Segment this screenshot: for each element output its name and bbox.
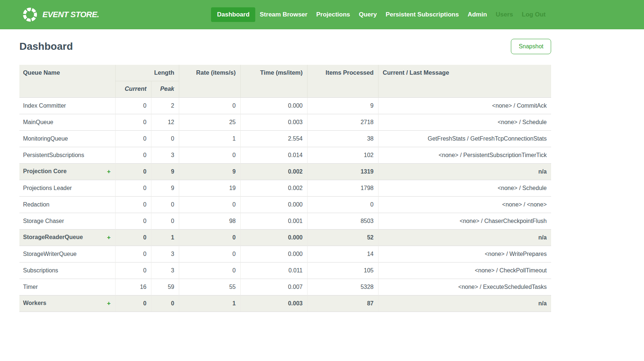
rate-cell: 0 — [179, 147, 240, 163]
message-cell: <none> / WritePrepares — [378, 246, 551, 262]
table-row: +Workers 0 0 1 0.003 87 n/a — [19, 295, 551, 312]
time-cell: 0.000 — [240, 246, 307, 262]
col-header-length: Length — [115, 65, 179, 81]
queue-name-cell: +Projection Core — [19, 163, 115, 180]
expand-plus-icon[interactable]: + — [107, 300, 111, 307]
time-cell: 0.001 — [240, 213, 307, 229]
time-cell: 0.002 — [240, 163, 307, 180]
rate-cell: 55 — [179, 279, 240, 295]
nav-item-dashboard[interactable]: Dashboard — [211, 7, 255, 22]
message-cell: n/a — [378, 163, 551, 180]
items-processed-cell: 1319 — [307, 163, 378, 180]
queue-name-label: MainQueue — [23, 119, 53, 125]
table-row: Subscriptions 0 3 0 0.011 105 <none> / C… — [19, 262, 551, 279]
length-peak-cell: 9 — [151, 163, 179, 180]
message-cell: <none> / CommitAck — [378, 97, 551, 114]
length-peak-cell: 0 — [151, 130, 179, 147]
message-cell: GetFreshStats / GetFreshTcpConnectionSta… — [378, 130, 551, 147]
length-current-cell: 0 — [115, 180, 151, 196]
items-processed-cell: 52 — [307, 229, 378, 246]
rate-cell: 0 — [179, 246, 240, 262]
length-current-cell: 0 — [115, 97, 151, 114]
items-processed-cell: 14 — [307, 246, 378, 262]
queue-name-label: StorageWriterQueue — [23, 251, 76, 257]
queue-name-cell: StorageWriterQueue — [19, 246, 115, 262]
table-row: Storage Chaser 0 0 98 0.001 8503 <none> … — [19, 213, 551, 229]
rate-cell: 1 — [179, 130, 240, 147]
message-cell: n/a — [378, 295, 551, 312]
rate-cell: 25 — [179, 114, 240, 130]
main-content: Dashboard Snapshot Queue Name Length Rat… — [19, 38, 551, 312]
rate-cell: 9 — [179, 163, 240, 180]
nav-item-stream-browser[interactable]: Stream Browser — [255, 7, 312, 22]
queue-name-cell: PersistentSubscriptions — [19, 147, 115, 163]
nav-item-users[interactable]: Users — [492, 7, 517, 22]
time-cell: 0.002 — [240, 180, 307, 196]
snapshot-button[interactable]: Snapshot — [511, 39, 551, 54]
queue-name-cell: +Workers — [19, 295, 115, 312]
length-current-cell: 0 — [115, 262, 151, 279]
message-cell: <none> / PersistentSubscriptionTimerTick — [378, 147, 551, 163]
table-row: +Projection Core 0 9 9 0.002 1319 n/a — [19, 163, 551, 180]
nav-item-persistent-subscriptions[interactable]: Persistent Subscriptions — [381, 7, 463, 22]
queue-name-label: Storage Chaser — [23, 218, 64, 224]
queue-table: Queue Name Length Rate (items/s) Time (m… — [19, 65, 551, 312]
length-current-cell: 0 — [115, 295, 151, 312]
length-peak-cell: 2 — [151, 97, 179, 114]
length-current-cell: 0 — [115, 163, 151, 180]
event-store-logo-icon — [22, 7, 38, 23]
table-row: Index Committer 0 2 0 0.000 9 <none> / C… — [19, 97, 551, 114]
queue-name-cell: +StorageReaderQueue — [19, 229, 115, 246]
items-processed-cell: 105 — [307, 262, 378, 279]
queue-name-label: Subscriptions — [23, 267, 58, 273]
message-cell: <none> / CheckPollTimeout — [378, 262, 551, 279]
rate-cell: 98 — [179, 213, 240, 229]
time-cell: 0.014 — [240, 147, 307, 163]
col-header-items-processed: Items Processed — [307, 65, 378, 97]
items-processed-cell: 38 — [307, 130, 378, 147]
table-row: Redaction 0 0 0 0.000 0 <none> / <none> — [19, 196, 551, 213]
time-cell: 0.003 — [240, 295, 307, 312]
queue-name-cell: MonitoringQueue — [19, 130, 115, 147]
items-processed-cell: 9 — [307, 97, 378, 114]
nav-item-admin[interactable]: Admin — [463, 7, 492, 22]
table-row: MonitoringQueue 0 0 1 2.554 38 GetFreshS… — [19, 130, 551, 147]
queue-name-cell: Storage Chaser — [19, 213, 115, 229]
main-nav: DashboardStream BrowserProjectionsQueryP… — [211, 7, 550, 22]
length-peak-cell: 0 — [151, 213, 179, 229]
time-cell: 0.007 — [240, 279, 307, 295]
queue-name-cell: Redaction — [19, 196, 115, 213]
message-cell: n/a — [378, 229, 551, 246]
length-peak-cell: 1 — [151, 229, 179, 246]
rate-cell: 0 — [179, 262, 240, 279]
page-header: Dashboard Snapshot — [19, 38, 551, 55]
length-current-cell: 0 — [115, 213, 151, 229]
table-row: PersistentSubscriptions 0 3 0 0.014 102 … — [19, 147, 551, 163]
brand-link[interactable]: EVENT STORE. — [22, 7, 99, 23]
length-peak-cell: 0 — [151, 196, 179, 213]
nav-item-query[interactable]: Query — [354, 7, 381, 22]
rate-cell: 0 — [179, 97, 240, 114]
length-peak-cell: 9 — [151, 180, 179, 196]
queue-name-label: Index Committer — [23, 103, 66, 109]
items-processed-cell: 87 — [307, 295, 378, 312]
message-cell: <none> / ChaserCheckpointFlush — [378, 213, 551, 229]
table-row: MainQueue 0 12 25 0.003 2718 <none> / Sc… — [19, 114, 551, 130]
nav-item-log-out[interactable]: Log Out — [517, 7, 550, 22]
items-processed-cell: 102 — [307, 147, 378, 163]
length-current-cell: 0 — [115, 114, 151, 130]
message-cell: <none> / Schedule — [378, 180, 551, 196]
expand-plus-icon[interactable]: + — [107, 234, 111, 241]
time-cell: 0.000 — [240, 229, 307, 246]
col-header-current: Current — [115, 81, 151, 97]
rate-cell: 19 — [179, 180, 240, 196]
expand-plus-icon[interactable]: + — [107, 168, 111, 175]
length-current-cell: 0 — [115, 196, 151, 213]
page-title: Dashboard — [19, 41, 73, 52]
length-peak-cell: 3 — [151, 147, 179, 163]
table-row: +StorageReaderQueue 0 1 0 0.000 52 n/a — [19, 229, 551, 246]
message-cell: <none> / ExecuteScheduledTasks — [378, 279, 551, 295]
queue-name-cell: MainQueue — [19, 114, 115, 130]
table-row: Projections Leader 0 9 19 0.002 1798 <no… — [19, 180, 551, 196]
nav-item-projections[interactable]: Projections — [312, 7, 355, 22]
